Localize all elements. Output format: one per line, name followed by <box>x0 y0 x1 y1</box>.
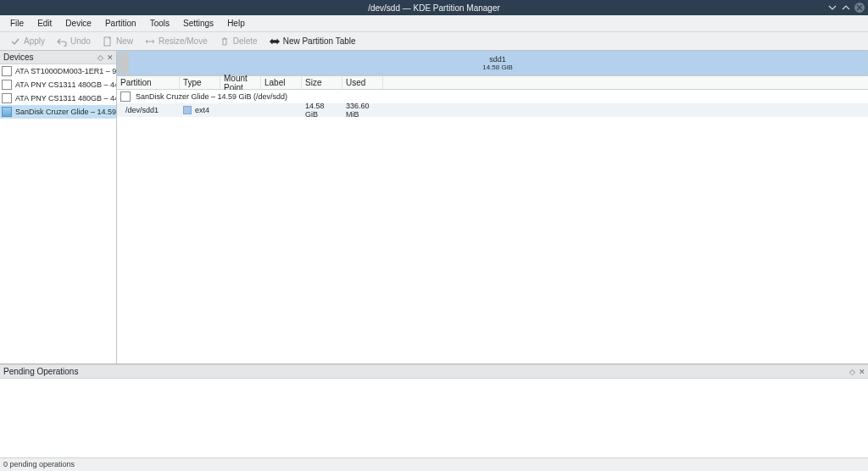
partition-table-icon <box>270 36 280 47</box>
device-label: SanDisk Cruzer Glide – 14.59 GiB (/dev… <box>15 108 116 116</box>
undo-label: Undo <box>70 36 91 46</box>
apply-label: Apply <box>24 36 45 46</box>
main-split: Devices ◇ ✕ ATA ST1000DM003-1ER1 – 931.5… <box>0 51 868 364</box>
hdd-icon <box>2 80 12 90</box>
partition-visualization: sdd1 14.58 GiB <box>117 51 868 76</box>
menubar: File Edit Device Partition Tools Setting… <box>0 15 868 32</box>
window-controls <box>827 3 865 13</box>
partition-view: sdd1 14.58 GiB Partition Type Mount Poin… <box>117 51 868 363</box>
close-button[interactable] <box>854 3 865 13</box>
cell-partition: /dev/sdd1 <box>117 106 180 114</box>
new-button[interactable]: New <box>97 33 138 50</box>
undo-icon <box>57 36 67 47</box>
device-label: ATA PNY CS1311 480GB – 447.13 GiB (/… <box>15 94 116 103</box>
panel-close-icon[interactable]: ✕ <box>106 53 114 62</box>
cell-type-text: ext4 <box>195 106 209 114</box>
new-icon <box>103 36 113 47</box>
partition-viz-size: 14.58 GiB <box>482 64 513 71</box>
partition-viz-name: sdd1 <box>489 55 506 64</box>
ext4-icon <box>183 106 192 114</box>
usb-drive-icon <box>2 107 12 117</box>
device-row[interactable]: SanDisk Cruzer Glide – 14.59 GiB (/dev… <box>0 105 116 119</box>
cell-type: ext4 <box>180 106 220 114</box>
col-label[interactable]: Label <box>261 76 302 89</box>
titlebar: /dev/sdd — KDE Partition Manager <box>0 0 868 15</box>
device-row[interactable]: ATA PNY CS1311 480GB – 447.13 GiB (/… <box>0 91 116 105</box>
maximize-button[interactable] <box>841 3 851 13</box>
col-type[interactable]: Type <box>180 76 220 89</box>
delete-button[interactable]: Delete <box>214 33 263 50</box>
pending-list <box>0 379 868 458</box>
menu-file[interactable]: File <box>3 19 31 28</box>
pending-panel-header: Pending Operations ◇ ✕ <box>0 365 868 379</box>
devices-panel-title: Devices <box>3 53 34 62</box>
resize-icon <box>145 36 155 47</box>
cell-partition-text: /dev/sdd1 <box>125 106 159 114</box>
partition-viz-disk[interactable]: sdd1 14.58 GiB <box>117 51 868 75</box>
undo-button[interactable]: Undo <box>52 33 96 50</box>
col-used[interactable]: Used <box>342 76 383 89</box>
devices-panel-header: Devices ◇ ✕ <box>0 51 116 64</box>
cell-used: 336.60 MiB <box>342 102 383 119</box>
status-text: 0 pending operations <box>3 460 75 468</box>
panel-float-icon[interactable]: ◇ <box>848 368 856 376</box>
menu-edit[interactable]: Edit <box>31 19 58 28</box>
hdd-icon <box>2 93 12 103</box>
statusbar: 0 pending operations <box>0 458 868 470</box>
new-label: New <box>116 36 133 46</box>
disk-summary-row[interactable]: SanDisk Cruzer Glide – 14.59 GiB (/dev/s… <box>117 90 868 103</box>
col-partition[interactable]: Partition <box>117 76 180 89</box>
window-title: /dev/sdd — KDE Partition Manager <box>0 3 868 13</box>
panel-float-icon[interactable]: ◇ <box>96 53 104 62</box>
devices-panel: Devices ◇ ✕ ATA ST1000DM003-1ER1 – 931.5… <box>0 51 117 363</box>
hdd-icon <box>2 66 12 76</box>
disk-summary-label: SanDisk Cruzer Glide – 14.59 GiB (/dev/s… <box>136 92 287 101</box>
pending-panel: Pending Operations ◇ ✕ <box>0 364 868 458</box>
device-label: ATA ST1000DM003-1ER1 – 931.51 GiB (… <box>15 67 116 75</box>
panel-close-icon[interactable]: ✕ <box>858 368 866 376</box>
partition-viz-block[interactable]: sdd1 14.58 GiB <box>129 53 866 74</box>
check-icon <box>10 36 20 47</box>
device-list: ATA ST1000DM003-1ER1 – 931.51 GiB (… ATA… <box>0 64 116 363</box>
resize-label: Resize/Move <box>159 36 208 46</box>
hdd-icon <box>120 91 131 102</box>
new-partition-table-label: New Partition Table <box>283 36 356 46</box>
minimize-button[interactable] <box>827 3 837 13</box>
menu-device[interactable]: Device <box>58 19 98 28</box>
col-flags[interactable] <box>383 76 868 89</box>
device-row[interactable]: ATA PNY CS1311 480GB – 447.13 GiB (/… <box>0 78 116 91</box>
resize-button[interactable]: Resize/Move <box>140 33 213 50</box>
menu-partition[interactable]: Partition <box>98 19 143 28</box>
partition-table-body: SanDisk Cruzer Glide – 14.59 GiB (/dev/s… <box>117 90 868 363</box>
menu-tools[interactable]: Tools <box>143 19 176 28</box>
partition-table-header: Partition Type Mount Point Label Size Us… <box>117 76 868 90</box>
cell-size: 14.58 GiB <box>302 102 342 119</box>
pending-panel-title: Pending Operations <box>3 367 78 376</box>
trash-icon <box>220 36 230 47</box>
device-row[interactable]: ATA ST1000DM003-1ER1 – 931.51 GiB (… <box>0 64 116 78</box>
menu-settings[interactable]: Settings <box>176 19 220 28</box>
device-label: ATA PNY CS1311 480GB – 447.13 GiB (/… <box>15 80 116 89</box>
menu-help[interactable]: Help <box>220 19 252 28</box>
col-size[interactable]: Size <box>302 76 342 89</box>
partition-viz-handle[interactable] <box>119 53 129 74</box>
col-mount[interactable]: Mount Point <box>220 76 261 89</box>
partition-row[interactable]: /dev/sdd1 ext4 14.58 GiB 336.60 MiB <box>117 103 868 117</box>
new-partition-table-button[interactable]: New Partition Table <box>264 33 361 50</box>
toolbar: Apply Undo New Resize/Move Delete New Pa… <box>0 32 868 51</box>
apply-button[interactable]: Apply <box>5 33 50 50</box>
delete-label: Delete <box>233 36 258 46</box>
